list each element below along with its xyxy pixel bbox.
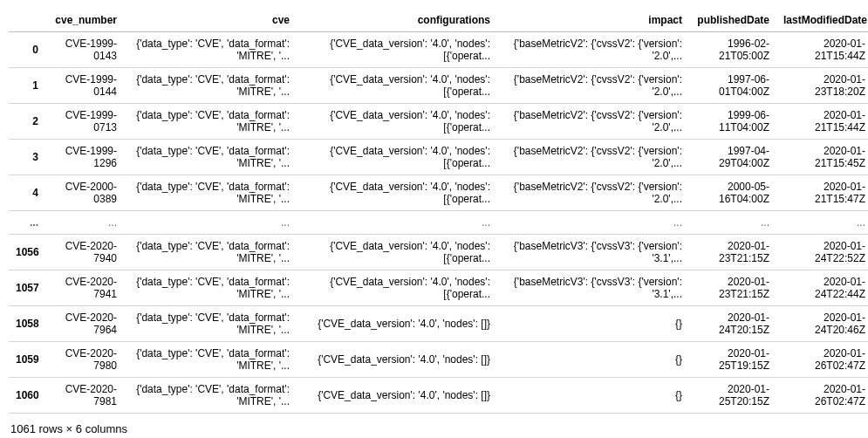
cell-index: 1058: [9, 306, 45, 342]
cell-cve-number: CVE-2020-7964: [45, 306, 124, 342]
cell-configurations: {'CVE_data_version': '4.0', 'nodes': [{'…: [297, 235, 497, 270]
cell-published-date: 2020-01-23T21:15Z: [689, 235, 776, 270]
cell-published-date: 1997-04-29T04:00Z: [689, 140, 776, 175]
cell-published-date: 1996-02-21T05:00Z: [689, 32, 776, 68]
dataframe-table: cve_number cve configurations impact pub…: [9, 9, 868, 414]
table-row: 1057CVE-2020-7941{'data_type': 'CVE', 'd…: [9, 270, 868, 306]
cell-index: 4: [9, 175, 45, 211]
cell-impact: {'baseMetricV2': {'cvssV2': {'version': …: [497, 32, 689, 68]
cell-impact: {}: [497, 342, 689, 378]
cell-cve: {'data_type': 'CVE', 'data_format': 'MIT…: [124, 175, 297, 211]
cell-published-date: 2020-01-25T19:15Z: [689, 342, 776, 378]
cell-published-date: 2020-01-24T20:15Z: [689, 306, 776, 342]
cell-cve: {'data_type': 'CVE', 'data_format': 'MIT…: [124, 68, 297, 104]
table-row: 0CVE-1999-0143{'data_type': 'CVE', 'data…: [9, 32, 868, 68]
cell-cve-number: CVE-1999-0713: [45, 104, 124, 140]
cell-published-date: 2000-05-16T04:00Z: [689, 175, 776, 211]
ellipsis-cell: ...: [297, 211, 497, 235]
cell-cve-number: CVE-2020-7980: [45, 342, 124, 378]
cell-last-modified-date: 2020-01-21T15:45Z: [776, 140, 868, 175]
cell-cve: {'data_type': 'CVE', 'data_format': 'MIT…: [124, 235, 297, 270]
cell-index: 0: [9, 32, 45, 68]
table-row: 1CVE-1999-0144{'data_type': 'CVE', 'data…: [9, 68, 868, 104]
header-index: [9, 9, 45, 32]
table-row: 1059CVE-2020-7980{'data_type': 'CVE', 'd…: [9, 342, 868, 378]
cell-index: 1059: [9, 342, 45, 378]
table-row: 2CVE-1999-0713{'data_type': 'CVE', 'data…: [9, 104, 868, 140]
cell-last-modified-date: 2020-01-26T02:47Z: [776, 378, 868, 414]
header-configurations: configurations: [297, 9, 497, 32]
header-cve: cve: [124, 9, 297, 32]
cell-index: 3: [9, 140, 45, 175]
cell-index: 1060: [9, 378, 45, 414]
cell-cve-number: CVE-2020-7940: [45, 235, 124, 270]
table-row: 1058CVE-2020-7964{'data_type': 'CVE', 'd…: [9, 306, 868, 342]
table-row: 1056CVE-2020-7940{'data_type': 'CVE', 'd…: [9, 235, 868, 270]
cell-configurations: {'CVE_data_version': '4.0', 'nodes': [{'…: [297, 140, 497, 175]
cell-index: 1057: [9, 270, 45, 306]
cell-published-date: 2020-01-23T21:15Z: [689, 270, 776, 306]
cell-index: 2: [9, 104, 45, 140]
cell-configurations: {'CVE_data_version': '4.0', 'nodes': [{'…: [297, 32, 497, 68]
cell-last-modified-date: 2020-01-24T22:44Z: [776, 270, 868, 306]
header-published-date: publishedDate: [689, 9, 776, 32]
header-impact: impact: [497, 9, 689, 32]
cell-last-modified-date: 2020-01-24T20:46Z: [776, 306, 868, 342]
ellipsis-cell: ...: [776, 211, 868, 235]
cell-impact: {'baseMetricV3': {'cvssV3': {'version': …: [497, 270, 689, 306]
cell-cve: {'data_type': 'CVE', 'data_format': 'MIT…: [124, 306, 297, 342]
cell-configurations: {'CVE_data_version': '4.0', 'nodes': [{'…: [297, 270, 497, 306]
cell-published-date: 2020-01-25T20:15Z: [689, 378, 776, 414]
cell-impact: {'baseMetricV2': {'cvssV2': {'version': …: [497, 104, 689, 140]
cell-cve-number: CVE-1999-0143: [45, 32, 124, 68]
cell-last-modified-date: 2020-01-21T15:47Z: [776, 175, 868, 211]
cell-impact: {'baseMetricV2': {'cvssV2': {'version': …: [497, 140, 689, 175]
cell-last-modified-date: 2020-01-23T18:20Z: [776, 68, 868, 104]
cell-configurations: {'CVE_data_version': '4.0', 'nodes': []}: [297, 342, 497, 378]
cell-impact: {'baseMetricV2': {'cvssV2': {'version': …: [497, 68, 689, 104]
cell-index: 1: [9, 68, 45, 104]
cell-last-modified-date: 2020-01-26T02:47Z: [776, 342, 868, 378]
cell-configurations: {'CVE_data_version': '4.0', 'nodes': [{'…: [297, 175, 497, 211]
cell-cve: {'data_type': 'CVE', 'data_format': 'MIT…: [124, 140, 297, 175]
cell-cve: {'data_type': 'CVE', 'data_format': 'MIT…: [124, 342, 297, 378]
dataframe-shape-footer: 1061 rows × 6 columns: [9, 414, 859, 435]
cell-impact: {}: [497, 306, 689, 342]
cell-cve-number: CVE-1999-1296: [45, 140, 124, 175]
cell-cve-number: CVE-2000-0389: [45, 175, 124, 211]
header-row: cve_number cve configurations impact pub…: [9, 9, 868, 32]
cell-impact: {'baseMetricV3': {'cvssV3': {'version': …: [497, 235, 689, 270]
cell-published-date: 1999-06-11T04:00Z: [689, 104, 776, 140]
cell-cve: {'data_type': 'CVE', 'data_format': 'MIT…: [124, 378, 297, 414]
cell-cve: {'data_type': 'CVE', 'data_format': 'MIT…: [124, 104, 297, 140]
ellipsis-cell: ...: [9, 211, 45, 235]
cell-index: 1056: [9, 235, 45, 270]
ellipsis-cell: ...: [497, 211, 689, 235]
ellipsis-cell: ...: [689, 211, 776, 235]
ellipsis-cell: ...: [45, 211, 124, 235]
cell-cve-number: CVE-2020-7941: [45, 270, 124, 306]
cell-configurations: {'CVE_data_version': '4.0', 'nodes': []}: [297, 306, 497, 342]
cell-cve: {'data_type': 'CVE', 'data_format': 'MIT…: [124, 32, 297, 68]
cell-last-modified-date: 2020-01-21T15:44Z: [776, 104, 868, 140]
cell-configurations: {'CVE_data_version': '4.0', 'nodes': []}: [297, 378, 497, 414]
table-row: 3CVE-1999-1296{'data_type': 'CVE', 'data…: [9, 140, 868, 175]
cell-cve: {'data_type': 'CVE', 'data_format': 'MIT…: [124, 270, 297, 306]
ellipsis-cell: ...: [124, 211, 297, 235]
cell-cve-number: CVE-2020-7981: [45, 378, 124, 414]
cell-published-date: 1997-06-01T04:00Z: [689, 68, 776, 104]
header-last-modified-date: lastModifiedDate: [776, 9, 868, 32]
cell-last-modified-date: 2020-01-21T15:44Z: [776, 32, 868, 68]
cell-configurations: {'CVE_data_version': '4.0', 'nodes': [{'…: [297, 68, 497, 104]
header-cve-number: cve_number: [45, 9, 124, 32]
table-row: 1060CVE-2020-7981{'data_type': 'CVE', 'd…: [9, 378, 868, 414]
cell-configurations: {'CVE_data_version': '4.0', 'nodes': [{'…: [297, 104, 497, 140]
cell-impact: {}: [497, 378, 689, 414]
table-row: 4CVE-2000-0389{'data_type': 'CVE', 'data…: [9, 175, 868, 211]
cell-cve-number: CVE-1999-0144: [45, 68, 124, 104]
cell-impact: {'baseMetricV2': {'cvssV2': {'version': …: [497, 175, 689, 211]
ellipsis-row: .....................: [9, 211, 868, 235]
cell-last-modified-date: 2020-01-24T22:52Z: [776, 235, 868, 270]
